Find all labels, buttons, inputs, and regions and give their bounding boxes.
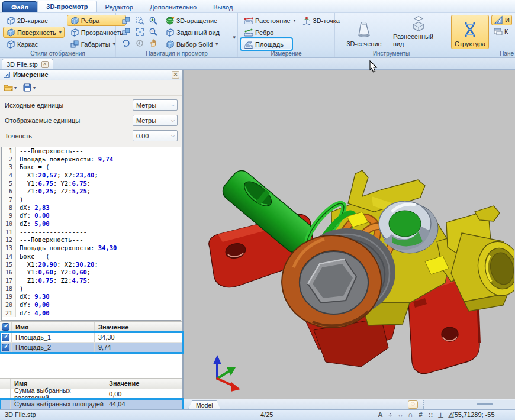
status-page-indicator: 4/25: [260, 411, 273, 418]
distance-toggle-icon[interactable]: ↔: [397, 411, 404, 419]
chevron-down-icon: ⌵: [171, 118, 177, 124]
orbit-cubes-icon[interactable]: [121, 16, 131, 25]
exploded-view-button[interactable]: Разнесенный вид: [392, 15, 445, 49]
line-number: 20: [2, 301, 16, 309]
rotate-35-icon[interactable]: [121, 38, 131, 48]
cube-transparent-icon: [70, 28, 79, 37]
line-number: 2: [2, 156, 16, 164]
document-tab[interactable]: 3D File.stp ✕: [2, 59, 53, 69]
preset-view-button[interactable]: Заданный вид: [162, 27, 223, 38]
log-line: Площадь поверхности: 34,30: [16, 244, 117, 253]
zoom-out-icon[interactable]: [149, 27, 158, 37]
measure-panel-toggle[interactable]: И: [491, 15, 512, 25]
commands-panel-toggle[interactable]: К: [491, 26, 512, 37]
ruler-icon: [244, 16, 253, 25]
point-3d-icon: [302, 16, 311, 25]
value-column-header: Значение: [105, 380, 182, 387]
distance-button[interactable]: Расстояние: [241, 15, 298, 26]
status-bar: 3D File.stp 4/25 A÷↔∩#::⊥∠ (55,71289; -5…: [0, 409, 515, 420]
ortho-toggle-icon[interactable]: ⊥: [437, 411, 445, 419]
precision-select[interactable]: 0.00⌵: [133, 130, 178, 141]
display-units-label: Отображаемые единицы: [5, 117, 133, 124]
menu-tab-advanced[interactable]: Дополнительно: [141, 2, 205, 12]
line-number: 5: [2, 180, 16, 188]
structure-button[interactable]: Структура: [451, 15, 489, 49]
log-line: ---Поверхность---: [16, 147, 83, 156]
ribbon-group-display-styles: 2D-каркас Поверхность Каркас Ребра Прозр…: [0, 13, 116, 57]
menu-tab-output[interactable]: Вывод: [205, 2, 241, 12]
table-row-sum-areas[interactable]: Сумма выбранных площадей 44,04: [0, 399, 182, 409]
ribbon-group-measure: Расстояние 3D-точка Ребро Площадь Измере…: [238, 13, 335, 57]
select-solid-button[interactable]: Выбор Solid: [162, 38, 223, 50]
measure-log[interactable]: 1---Поверхность---2Площадь поверхности: …: [1, 147, 181, 321]
cube-wire-icon: [165, 28, 175, 37]
save-floppy-icon: [22, 83, 32, 92]
log-line: Z1:0,25; Z2:5,25;: [16, 188, 91, 196]
layout-scrollbar[interactable]: [423, 400, 515, 409]
scrollbar-thumb[interactable]: [477, 403, 493, 405]
menu-bar: Файл 3D-просмотр Редактор Дополнительно …: [0, 0, 515, 13]
open-results-button[interactable]: [4, 83, 17, 92]
osnap-toggle-icon[interactable]: ∩: [407, 411, 414, 419]
line-number: 14: [2, 253, 16, 261]
pan-hand-icon[interactable]: [149, 38, 158, 48]
text-toggle-icon[interactable]: A: [376, 411, 384, 419]
unit-settings: Исходные единицы Метры⌵ Отображаемые еди…: [0, 96, 182, 146]
ribbon: 2D-каркас Поверхность Каркас Ребра Прозр…: [0, 13, 515, 58]
nav-group-dropdown-icon[interactable]: ▾: [233, 34, 236, 40]
cube-solid-icon: [6, 28, 15, 37]
menu-tab-file[interactable]: Файл: [2, 1, 37, 12]
area-ruler-icon: [244, 40, 253, 49]
measure-panel: Измерение ✕ Исходные единицы Метры⌵ Отоб…: [0, 70, 184, 409]
value-column-header: Значение: [95, 324, 182, 331]
zoom-in-icon[interactable]: [149, 16, 158, 25]
edge-button[interactable]: Ребро: [241, 27, 284, 38]
log-line: Площадь поверхности: 9,74: [16, 156, 113, 164]
areas-table: Имя Значение Площадь_1 34,30 Площадь_2 9…: [0, 321, 182, 378]
table-row-area-1[interactable]: Площадь_1 34,30: [0, 332, 182, 343]
wireframe-button[interactable]: Каркас: [3, 38, 65, 50]
log-line: ): [16, 196, 23, 204]
area-button[interactable]: Площадь: [241, 38, 292, 50]
copy-view-icon[interactable]: [121, 27, 131, 37]
menu-tab-editor[interactable]: Редактор: [97, 2, 141, 12]
triangle-ruler-icon: [494, 15, 503, 25]
table-row-area-2[interactable]: Площадь_2 9,74: [0, 343, 182, 353]
section-3d-button[interactable]: 3D-сечение: [338, 15, 390, 49]
line-number: 4: [2, 172, 16, 180]
line-number: 3: [2, 163, 16, 172]
snap-toggle-icon[interactable]: ::: [427, 411, 434, 419]
group-label-navigation: Навигация и просмотр: [116, 50, 237, 57]
zoom-window-icon[interactable]: [135, 16, 144, 25]
log-line: ---Поверхность---: [16, 236, 83, 244]
surface-button[interactable]: Поверхность: [3, 27, 65, 38]
open-folder-icon: [4, 83, 13, 92]
table-row-sum-distances[interactable]: Сумма выбранных расстояний 0,00: [0, 389, 182, 399]
source-units-select[interactable]: Метры⌵: [133, 99, 178, 111]
zoom-extents-icon[interactable]: [135, 27, 144, 37]
viewport-3d[interactable]: Model ♡: [184, 70, 515, 409]
save-results-button[interactable]: [22, 83, 36, 92]
menu-tab-3d-view[interactable]: 3D-просмотр: [37, 1, 96, 12]
wireframe-2d-button[interactable]: 2D-каркас: [3, 15, 65, 26]
previous-view-icon[interactable]: [135, 38, 144, 48]
log-line: X1:20,90; X2:30,20;: [16, 261, 98, 269]
divide-toggle-icon[interactable]: ÷: [387, 411, 394, 419]
cad-model-canvas: [184, 70, 514, 399]
rotation-3d-button[interactable]: 3D-вращение: [162, 15, 223, 26]
precision-label: Точность: [5, 133, 133, 140]
select-all-checkbox[interactable]: [2, 323, 9, 331]
grid-toggle-icon[interactable]: #: [417, 411, 424, 419]
cad-application-window: Файл 3D-просмотр Редактор Дополнительно …: [0, 0, 515, 420]
line-number: 16: [2, 269, 16, 277]
favorites-icon[interactable]: ♡: [408, 400, 418, 409]
mouse-cursor: [369, 60, 380, 73]
row-checkbox[interactable]: [2, 334, 9, 341]
dna-structure-icon: [461, 20, 479, 39]
model-tab[interactable]: Model: [188, 400, 221, 409]
row-checkbox[interactable]: [2, 344, 9, 351]
window-icon: [493, 27, 503, 36]
display-units-select[interactable]: Метры⌵: [133, 115, 178, 126]
tab-close-icon[interactable]: ✕: [41, 61, 49, 68]
panel-close-icon[interactable]: ✕: [172, 71, 179, 79]
